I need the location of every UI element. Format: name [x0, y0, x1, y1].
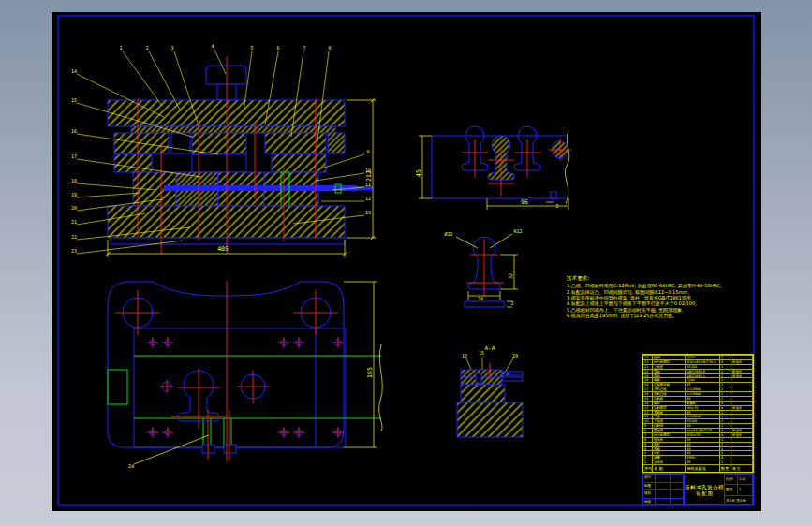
- sig-name: [656, 483, 671, 490]
- note-line: 1.凸模、凹模材料采用Cr12MoV, 热处理60-64HRC, 其余零件48-…: [567, 283, 728, 288]
- qty-label: 数量: [725, 485, 738, 494]
- technical-notes: 技术要求: 1.凸模、凹模材料采用Cr12MoV, 热处理60-64HRC, 其…: [567, 275, 728, 319]
- balloon: 5: [250, 45, 253, 51]
- balloon: 17: [71, 153, 77, 159]
- balloon: 14: [71, 68, 77, 74]
- sig-label: 设计: [643, 475, 656, 482]
- balloon: 4: [211, 43, 214, 49]
- sig-name: [656, 490, 671, 498]
- balloon: 3: [170, 45, 173, 51]
- balloon: 11: [365, 182, 371, 187]
- balloon: 12: [462, 353, 467, 358]
- plan-view: 165 24: [108, 281, 382, 469]
- balloon: 19: [71, 192, 77, 197]
- viewer-background: 405 212 1: [0, 0, 812, 526]
- balloon: 2: [145, 45, 148, 51]
- qty-value: 1: [738, 485, 753, 494]
- strip-layout-view: 45 96 2: [415, 126, 571, 210]
- sig-date: [671, 475, 684, 482]
- sig-date: [671, 499, 684, 506]
- note-line: 6.模具闭合高度195mm, 适用于J23-25开式压力机。: [567, 313, 728, 318]
- sig-label: 制图: [643, 483, 656, 490]
- cad-canvas[interactable]: 405 212 1: [52, 12, 761, 511]
- dimension-label: 2: [555, 203, 558, 209]
- header-cell: 规格及标准: [686, 464, 720, 472]
- dimension-label: 96: [521, 198, 528, 206]
- main-section-view: 405 212 1: [71, 43, 376, 257]
- balloon: 20: [71, 205, 77, 211]
- sig-name: [656, 499, 671, 506]
- balloon: 9: [366, 149, 369, 154]
- drawing-title-cell: 落料冲孔复合模 装 配 图: [685, 474, 725, 505]
- balloon: 15: [71, 97, 77, 103]
- drawing-title: 落料冲孔复合模: [685, 484, 724, 490]
- title-block-info: 比例 1:2 数量 1 共1张 第1张: [725, 474, 753, 505]
- dimension-label: 405: [217, 245, 229, 253]
- drawing-subtitle: 装 配 图: [696, 490, 713, 496]
- dimension-label: 32: [508, 273, 513, 279]
- part-side-view: [465, 301, 504, 307]
- parts-list-header: 序号 名 称 规格及标准 数量 备注: [643, 464, 753, 472]
- balloon: 24: [128, 463, 134, 469]
- parts-list: 24模柄Q235123内六角螺钉M10×90 GB/T70.14标准件22上模座…: [642, 354, 754, 473]
- dimension-label: Ø22: [444, 231, 452, 237]
- header-cell: 数量: [720, 464, 731, 472]
- parts-list-rows: 24模柄Q235123内六角螺钉M10×90 GB/T70.14标准件22上模座…: [643, 355, 753, 464]
- balloon: 23: [71, 248, 77, 254]
- scale-label: 比例: [725, 475, 738, 484]
- header-cell: 名 称: [653, 464, 686, 472]
- header-cell: 序号: [643, 464, 653, 472]
- balloon: 12: [365, 196, 371, 201]
- balloon: 15: [479, 350, 484, 356]
- balloon: 18: [71, 178, 77, 183]
- sig-date: [671, 490, 684, 498]
- balloon: 19: [512, 353, 518, 358]
- balloon: 1: [119, 45, 122, 51]
- header-cell: 备注: [731, 464, 753, 472]
- blank-part-view: Ø22 R12 32 24 2: [444, 228, 522, 307]
- dimension-label: R12: [513, 228, 522, 234]
- balloon: 13: [365, 210, 371, 215]
- dimension-label: 2: [510, 300, 513, 306]
- balloon: 16: [71, 128, 77, 134]
- sheet-info: 共1张 第1张: [725, 496, 753, 505]
- section-label: A-A: [485, 344, 495, 351]
- scale-value: 1:2: [738, 475, 753, 484]
- notes-title: 技术要求:: [567, 275, 728, 282]
- section-detail-view: A-A 12 15 19: [457, 344, 523, 437]
- balloon: 7: [303, 45, 305, 51]
- dimension-label: 45: [415, 169, 422, 177]
- balloon: 8: [328, 45, 331, 51]
- dimension-label: 165: [366, 367, 374, 378]
- sig-label: 审核: [643, 499, 656, 506]
- sig-date: [671, 483, 684, 490]
- balloon: 6: [276, 45, 279, 51]
- dimension-label: 24: [478, 296, 483, 301]
- sig-label: 校核: [643, 490, 656, 498]
- balloon: 21: [71, 219, 77, 225]
- title-block-signatures: 设计 制图 校核 审核: [643, 474, 685, 505]
- title-block: 设计 制图 校核 审核: [642, 473, 754, 505]
- balloon: 10: [365, 168, 371, 173]
- sig-name: [656, 475, 671, 482]
- balloon: 22: [71, 234, 77, 240]
